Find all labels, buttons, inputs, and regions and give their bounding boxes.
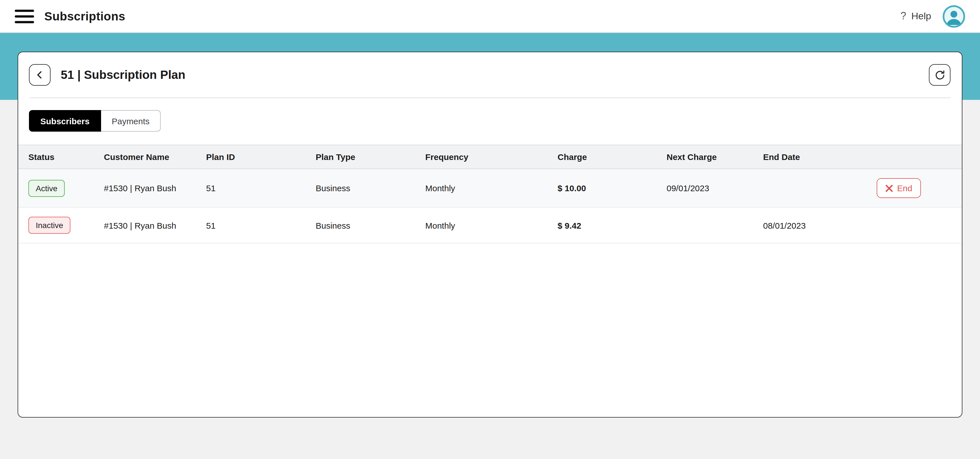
page-content: 51 | Subscription Plan Subscribers Payme… <box>0 33 980 459</box>
cell-plan-type: Business <box>305 169 415 207</box>
app: Subscriptions ? Help <box>0 0 980 459</box>
cell-end-date: 08/01/2023 <box>753 207 867 243</box>
help-button[interactable]: ? Help <box>900 10 931 22</box>
tabs: Subscribers Payments <box>29 110 962 132</box>
cell-next-charge <box>656 207 753 243</box>
cell-customer-name: #1530 | Ryan Bush <box>94 207 196 243</box>
table-row: Inactive #1530 | Ryan Bush 51 Business M… <box>18 207 963 243</box>
divider <box>30 98 950 98</box>
help-label: Help <box>911 11 931 22</box>
menu-icon[interactable] <box>15 10 34 23</box>
cell-charge: $ 10.00 <box>547 169 656 207</box>
chevron-left-icon <box>34 69 45 81</box>
cell-plan-id: 51 <box>196 169 305 207</box>
cell-status: Inactive <box>18 207 94 243</box>
table-header-row: Status Customer Name Plan ID Plan Type F… <box>18 145 963 169</box>
cell-customer-name: #1530 | Ryan Bush <box>94 169 196 207</box>
end-subscription-button[interactable]: End <box>877 178 921 198</box>
cell-plan-type: Business <box>305 207 415 243</box>
col-actions <box>867 145 963 169</box>
col-plan-type: Plan Type <box>305 145 415 169</box>
col-frequency: Frequency <box>415 145 547 169</box>
col-charge: Charge <box>547 145 656 169</box>
col-end-date: End Date <box>753 145 867 169</box>
tab-payments[interactable]: Payments <box>101 110 161 132</box>
cell-actions: End <box>867 169 963 207</box>
cell-actions <box>867 207 963 243</box>
top-bar-left: Subscriptions <box>15 10 125 23</box>
x-icon <box>885 184 893 192</box>
cell-end-date <box>753 169 867 207</box>
end-button-label: End <box>897 183 912 193</box>
refresh-button[interactable] <box>929 64 950 86</box>
cell-plan-id: 51 <box>196 207 305 243</box>
top-bar: Subscriptions ? Help <box>0 0 980 33</box>
card-header: 51 | Subscription Plan <box>18 52 962 86</box>
col-customer-name: Customer Name <box>94 145 196 169</box>
app-title: Subscriptions <box>44 10 125 23</box>
refresh-icon <box>934 70 945 80</box>
back-button[interactable] <box>29 64 51 86</box>
table-row: Active #1530 | Ryan Bush 51 Business Mon… <box>18 169 963 207</box>
tab-subscribers[interactable]: Subscribers <box>29 110 101 132</box>
col-plan-id: Plan ID <box>196 145 305 169</box>
avatar[interactable] <box>942 5 965 27</box>
top-bar-right: ? Help <box>900 5 965 27</box>
status-badge: Inactive <box>29 217 71 234</box>
cell-next-charge: 09/01/2023 <box>656 169 753 207</box>
status-badge: Active <box>29 179 65 197</box>
question-icon: ? <box>900 10 906 22</box>
page-title: 51 | Subscription Plan <box>61 68 185 82</box>
cell-charge: $ 9.42 <box>547 207 656 243</box>
subscription-plan-card: 51 | Subscription Plan Subscribers Payme… <box>18 52 963 418</box>
col-status: Status <box>18 145 94 169</box>
subscribers-table: Status Customer Name Plan ID Plan Type F… <box>18 145 963 243</box>
col-next-charge: Next Charge <box>656 145 753 169</box>
cell-frequency: Monthly <box>415 169 547 207</box>
cell-status: Active <box>18 169 94 207</box>
cell-frequency: Monthly <box>415 207 547 243</box>
